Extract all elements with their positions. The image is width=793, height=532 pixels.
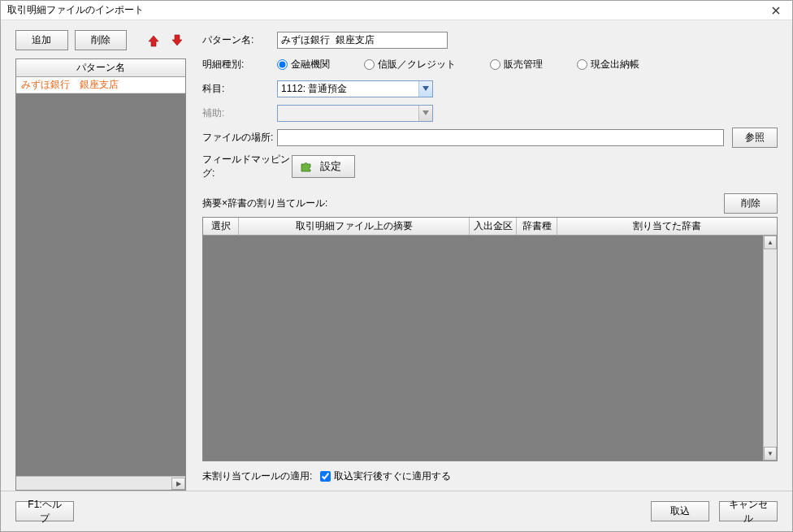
rules-table-body xyxy=(203,236,777,461)
sub-account-select xyxy=(277,105,433,122)
delete-button[interactable]: 削除 xyxy=(75,30,128,50)
arrow-up-icon xyxy=(147,34,160,47)
file-path-label: ファイルの場所: xyxy=(202,131,277,145)
puzzle-icon xyxy=(299,159,314,174)
col-dict-header[interactable]: 割り当てた辞書 xyxy=(557,218,777,235)
rules-delete-button[interactable]: 削除 xyxy=(724,193,778,214)
col-summary-header[interactable]: 取引明細ファイル上の摘要 xyxy=(239,218,470,235)
vscroll-down-arrow[interactable]: ▼ xyxy=(764,447,777,461)
detail-type-radio-group: 金融機関 信販／クレジット 販売管理 現金出納帳 xyxy=(277,58,778,71)
radio-financial[interactable]: 金融機関 xyxy=(277,58,330,71)
col-io-header[interactable]: 入出金区 xyxy=(470,218,517,235)
dialog-window: 取引明細ファイルのインポート 追加 削除 xyxy=(0,0,793,532)
arrow-down-icon xyxy=(171,34,184,47)
detail-type-label: 明細種別: xyxy=(202,58,277,71)
pattern-list-item[interactable]: みずほ銀行 銀座支店 xyxy=(16,77,185,93)
radio-cashbook-input[interactable] xyxy=(577,59,587,70)
svg-marker-4 xyxy=(422,86,429,91)
title-bar: 取引明細ファイルのインポート xyxy=(1,1,792,20)
radio-sales-label: 販売管理 xyxy=(504,58,543,71)
apply-immediately-checkbox-wrapper[interactable]: 取込実行後すぐに適用する xyxy=(320,469,451,483)
field-mapping-label: フィールドマッピング: xyxy=(202,153,292,180)
radio-credit-input[interactable] xyxy=(364,59,375,70)
pattern-name-input[interactable] xyxy=(277,32,448,49)
account-select-value: 1112: 普通預金 xyxy=(281,82,347,96)
field-mapping-settings-button[interactable]: 設定 xyxy=(292,155,355,178)
radio-cashbook-label: 現金出納帳 xyxy=(591,58,639,71)
radio-financial-input[interactable] xyxy=(277,59,288,70)
vscroll-track[interactable] xyxy=(764,249,777,447)
pattern-list-hscroll[interactable]: ▶ xyxy=(16,476,185,490)
pattern-list-body xyxy=(16,93,185,490)
rules-table: 選択 取引明細ファイル上の摘要 入出金区 辞書種 割り当てた辞書 ▲ ▼ xyxy=(202,217,778,461)
close-button[interactable] xyxy=(763,2,789,19)
chevron-down-icon xyxy=(422,110,429,115)
file-path-input[interactable] xyxy=(277,129,724,146)
dialog-footer: F1:ヘルプ 取込 キャンセル xyxy=(1,491,792,531)
sub-account-select-arrow xyxy=(418,106,432,121)
account-select-arrow[interactable] xyxy=(418,81,432,97)
radio-cashbook[interactable]: 現金出納帳 xyxy=(577,58,639,71)
radio-financial-label: 金融機関 xyxy=(291,58,330,71)
svg-marker-5 xyxy=(422,110,429,115)
cancel-button[interactable]: キャンセル xyxy=(719,501,778,521)
move-up-button[interactable] xyxy=(145,32,162,50)
close-icon xyxy=(772,6,780,15)
pattern-name-label: パターン名: xyxy=(202,33,277,47)
vscroll-up-arrow[interactable]: ▲ xyxy=(764,236,777,249)
chevron-down-icon xyxy=(422,86,429,91)
rules-table-header: 選択 取引明細ファイル上の摘要 入出金区 辞書種 割り当てた辞書 xyxy=(203,218,777,236)
radio-sales[interactable]: 販売管理 xyxy=(490,58,543,71)
move-down-button[interactable] xyxy=(169,32,186,50)
account-select[interactable]: 1112: 普通預金 xyxy=(277,80,433,97)
svg-marker-3 xyxy=(172,35,182,45)
help-button[interactable]: F1:ヘルプ xyxy=(15,501,74,521)
account-label: 科目: xyxy=(202,82,277,96)
rules-table-vscroll[interactable]: ▲ ▼ xyxy=(763,236,777,461)
pattern-list[interactable]: パターン名 みずほ銀行 銀座支店 ▶ xyxy=(15,58,186,491)
add-button[interactable]: 追加 xyxy=(15,30,68,50)
apply-immediately-checkbox[interactable] xyxy=(320,471,331,482)
pattern-list-header: パターン名 xyxy=(16,59,185,77)
window-title: 取引明細ファイルのインポート xyxy=(4,3,763,17)
rules-section-label: 摘要×辞書の割り当てルール: xyxy=(202,197,724,210)
radio-sales-input[interactable] xyxy=(490,59,500,70)
radio-credit-label: 信販／クレジット xyxy=(378,58,456,71)
field-mapping-settings-label: 設定 xyxy=(320,159,341,174)
radio-credit[interactable]: 信販／クレジット xyxy=(364,58,456,71)
import-button[interactable]: 取込 xyxy=(651,501,709,521)
browse-button[interactable]: 参照 xyxy=(732,128,778,148)
col-select-header[interactable]: 選択 xyxy=(203,218,239,235)
col-dict-type-header[interactable]: 辞書種 xyxy=(517,218,557,235)
apply-immediately-label: 取込実行後すぐに適用する xyxy=(334,469,451,483)
svg-marker-2 xyxy=(149,36,158,46)
apply-rules-label: 未割り当てルールの適用: xyxy=(202,469,312,483)
hscroll-right-arrow[interactable]: ▶ xyxy=(171,478,185,490)
sub-account-label: 補助: xyxy=(202,106,277,120)
